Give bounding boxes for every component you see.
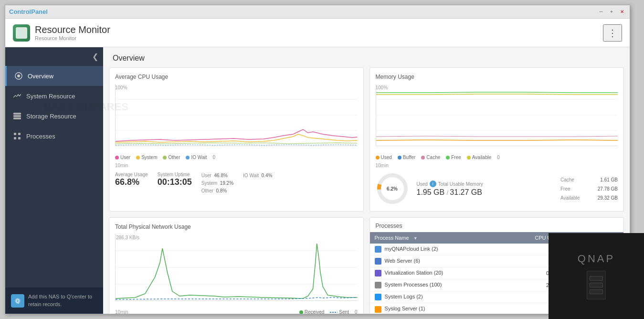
svg-point-1	[17, 74, 20, 77]
sidebar-item-system-resource[interactable]: System Resource	[5, 86, 103, 106]
processes-icon	[13, 132, 21, 140]
titlebar: ControlPanel ─ + ✕	[5, 5, 630, 19]
svg-rect-5	[14, 133, 16, 135]
add-nas-banner: Q Add this NAS to Q'center to retain rec…	[5, 287, 103, 314]
titlebar-controls: ─ + ✕	[597, 8, 626, 16]
process-name-cell: Web Server (6)	[370, 255, 504, 267]
cpu-stats: Average Usage 66.8% System Uptime 00:13:…	[115, 172, 358, 195]
cpu-usage-card: Average CPU Usage 100%	[109, 67, 364, 212]
cpu-chart: 100%	[115, 84, 358, 146]
overview-icon	[14, 72, 23, 80]
memory-detail-stats: Cache 1.61 GB Free 27.78 GB Available 29…	[560, 175, 618, 202]
sidebar: ❮ Overview System Resource Storage Resou…	[5, 47, 103, 314]
memory-100-label: 100%	[376, 85, 388, 90]
titlebar-info: ControlPanel	[9, 8, 48, 15]
app-name-label: ControlPanel	[9, 8, 48, 15]
uptime-value: 00:13:05	[158, 177, 192, 187]
network-card: Total Physical Network Usage 286.3 KB/s	[109, 217, 364, 314]
memory-info: Used i Total Usable Memory 1.95 GB / 31.…	[417, 181, 553, 197]
svg-rect-2	[13, 113, 21, 115]
process-name-cell: Syslog Server (1)	[370, 303, 504, 314]
sidebar-item-overview[interactable]: Overview	[5, 66, 103, 86]
qnap-device: QNAP	[549, 233, 644, 319]
memory-donut: 6.2%	[376, 172, 409, 205]
app-title: Resource Monitor	[35, 24, 110, 35]
sidebar-processes-label: Processes	[26, 133, 55, 140]
minimize-button[interactable]: ─	[597, 8, 605, 16]
more-options-button[interactable]: ⋮	[603, 24, 622, 42]
sidebar-collapse-button[interactable]: ❮	[92, 52, 98, 61]
network-time-label: 10min	[115, 309, 128, 314]
app-icon	[13, 24, 30, 42]
donut-percent-label: 6.2%	[387, 186, 398, 191]
qnap-device-bays	[587, 271, 606, 299]
process-name-cell: System Processes (100)	[370, 279, 504, 291]
cpu-legend-other: Other	[168, 155, 180, 160]
process-icon	[375, 282, 381, 288]
col-process-name: Process Name ▼	[370, 232, 504, 244]
memory-used-header: Used i Total Usable Memory	[417, 181, 553, 187]
sidebar-system-resource-label: System Resource	[26, 93, 75, 100]
memory-legend: Used Buffer Cache Free Available 0	[376, 155, 500, 160]
app-window: ControlPanel ─ + ✕ Resource Monitor Reso…	[5, 5, 630, 314]
network-chart: 286.3 KB/s	[115, 234, 358, 301]
cpu-legend-system: System	[141, 155, 157, 160]
header-title-group: Resource Monitor Resource Monitor	[35, 24, 110, 41]
memory-donut-area: 6.2% Used i Total Usable Memory 1.95 GB …	[376, 172, 618, 205]
sidebar-item-processes[interactable]: Processes	[5, 126, 103, 146]
uptime-label: System Uptime	[158, 172, 192, 177]
svg-rect-4	[13, 117, 21, 119]
memory-time-label: 10min	[376, 163, 618, 168]
svg-rect-6	[18, 133, 21, 135]
memory-usage-card: Memory Usage 100%	[370, 67, 624, 212]
app-body: ❮ Overview System Resource Storage Resou…	[5, 47, 630, 314]
processes-card-title: Processes	[370, 218, 624, 232]
avg-usage-label: Average Usage	[115, 172, 148, 177]
network-max-label: 286.3 KB/s	[116, 235, 139, 240]
process-icon	[375, 258, 381, 265]
process-name-cell: Virtualization Station (20)	[370, 267, 504, 279]
sidebar-overview-label: Overview	[28, 73, 53, 80]
process-name-cell: System Logs (2)	[370, 291, 504, 303]
process-icon	[375, 306, 381, 313]
svg-rect-7	[14, 137, 16, 139]
add-nas-icon: Q	[11, 294, 24, 308]
page-title: Overview	[103, 47, 630, 67]
system-resource-icon	[13, 92, 21, 100]
memory-info-icon: i	[430, 181, 436, 187]
cpu-legend-user: User	[120, 155, 130, 160]
app-subtitle: Resource Monitor	[35, 35, 110, 41]
cpu-iowait-stats: IO Wait 0.4%	[243, 172, 272, 195]
network-legend: Received Sent 0	[299, 309, 358, 314]
process-icon	[375, 270, 381, 276]
network-expand-btn[interactable]: 0	[355, 309, 358, 314]
svg-text:Q: Q	[16, 298, 20, 304]
app-header: Resource Monitor Resource Monitor ⋮	[5, 19, 630, 47]
close-button[interactable]: ✕	[618, 8, 626, 16]
cpu-card-title: Average CPU Usage	[115, 74, 358, 80]
cpu-legend: User System Other IO Wait 0	[115, 155, 215, 160]
cpu-legend-iowait: IO Wait	[191, 155, 207, 160]
sort-icon[interactable]: ▼	[413, 236, 418, 241]
process-name-cell: myQNAPcloud Link (2)	[370, 244, 504, 255]
maximize-button[interactable]: +	[608, 8, 615, 16]
storage-resource-icon	[13, 112, 21, 120]
memory-expand-btn[interactable]: 0	[497, 155, 500, 160]
memory-chart: 100%	[376, 84, 618, 146]
cpu-expand-btn[interactable]: 0	[212, 155, 215, 160]
cpu-100-label: 100%	[115, 85, 127, 90]
network-card-title: Total Physical Network Usage	[115, 223, 358, 230]
sidebar-item-storage-resource[interactable]: Storage Resource	[5, 106, 103, 126]
sidebar-storage-resource-label: Storage Resource	[26, 113, 76, 120]
qnap-logo: QNAP	[578, 253, 615, 265]
sidebar-collapse-area: ❮	[5, 52, 103, 66]
add-nas-text: Add this NAS to Q'center to retain recor…	[28, 293, 97, 308]
cpu-time-label: 10min	[115, 163, 358, 168]
process-icon	[375, 294, 381, 300]
memory-card-title: Memory Usage	[376, 74, 618, 80]
cpu-detail-stats: User 46.8% System 19.2% Other 0.8%	[201, 172, 233, 195]
avg-usage-value: 66.8%	[115, 177, 148, 187]
memory-usage-value: 1.95 GB / 31.27 GB	[417, 188, 553, 197]
header-left: Resource Monitor Resource Monitor	[13, 24, 110, 42]
process-icon	[375, 246, 381, 253]
